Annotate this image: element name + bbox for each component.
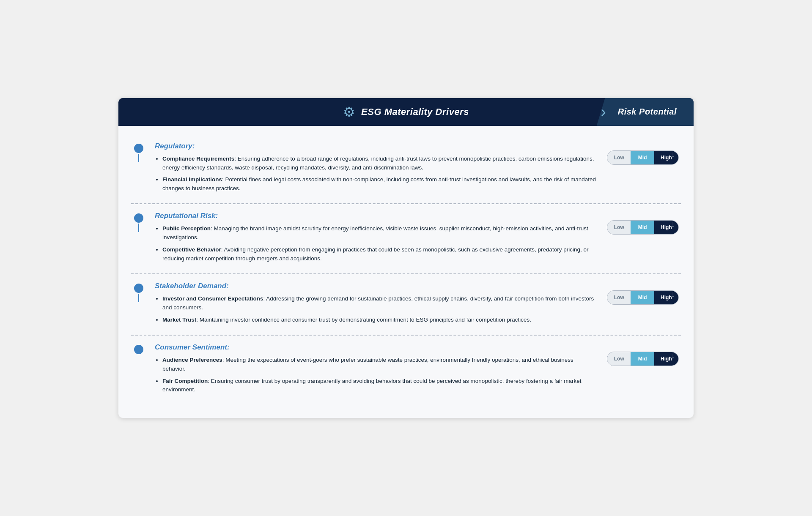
list-item: Public Perception: Managing the brand im…: [162, 224, 596, 242]
gauge-mid: Mid: [631, 151, 654, 164]
content-area: Regulatory:Compliance Requirements: Ensu…: [118, 126, 694, 418]
gauge-stakeholder: LowMidHigh↓: [605, 282, 681, 305]
bullet-list-reputational: Public Perception: Managing the brand im…: [155, 224, 596, 263]
section-body-consumer: Consumer Sentiment:Audience Preferences:…: [146, 343, 605, 398]
timeline: [131, 282, 146, 302]
list-item: Compliance Requirements: Ensuring adhere…: [162, 155, 596, 172]
gauge-arrow-icon: ↓: [671, 220, 675, 228]
timeline-line: [138, 154, 139, 162]
gauge-mid: Mid: [631, 291, 654, 304]
header-left: ⚙ ESG Materiality Drivers: [131, 104, 681, 120]
header-title: ESG Materiality Drivers: [361, 106, 469, 117]
section-consumer: Consumer Sentiment:Audience Preferences:…: [131, 336, 681, 406]
timeline-dot: [134, 144, 143, 153]
gauge-low: Low: [607, 352, 631, 366]
timeline: [131, 142, 146, 162]
gauge-track: LowMidHigh↓: [607, 150, 679, 165]
gauge-track: LowMidHigh↓: [607, 352, 679, 366]
gauge-mid: Mid: [631, 352, 654, 366]
section-title-stakeholder: Stakeholder Demand:: [155, 282, 596, 290]
section-regulatory: Regulatory:Compliance Requirements: Ensu…: [131, 134, 681, 205]
gauge-arrow-icon: ↓: [671, 290, 675, 298]
header: ⚙ ESG Materiality Drivers › Risk Potenti…: [118, 98, 694, 126]
bullet-list-consumer: Audience Preferences: Meeting the expect…: [155, 356, 596, 395]
timeline-dot: [134, 345, 143, 354]
timeline-dot: [134, 284, 143, 293]
list-item: Financial Implications: Potential fines …: [162, 175, 596, 193]
section-title-reputational: Reputational Risk:: [155, 212, 596, 220]
list-item: Competitive Behavior: Avoiding negative …: [162, 246, 596, 263]
gauge-track: LowMidHigh↓: [607, 220, 679, 235]
main-card: ⚙ ESG Materiality Drivers › Risk Potenti…: [118, 98, 694, 418]
gauge-low: Low: [607, 291, 631, 304]
list-item: Investor and Consumer Expectations: Addr…: [162, 295, 596, 312]
timeline: [131, 212, 146, 232]
timeline-dot: [134, 213, 143, 223]
bullet-list-stakeholder: Investor and Consumer Expectations: Addr…: [155, 295, 596, 325]
gauge-arrow-icon: ↓: [671, 352, 675, 360]
gauge-arrow-icon: ↓: [671, 150, 675, 158]
section-stakeholder: Stakeholder Demand:Investor and Consumer…: [131, 274, 681, 336]
gear-icon: ⚙: [343, 104, 355, 120]
sections-container: Regulatory:Compliance Requirements: Ensu…: [131, 134, 681, 406]
list-item: Market Trust: Maintaining investor confi…: [162, 316, 596, 325]
list-item: Fair Competition: Ensuring consumer trus…: [162, 377, 596, 395]
risk-potential-label: Risk Potential: [618, 107, 677, 117]
timeline: [131, 343, 146, 354]
section-body-regulatory: Regulatory:Compliance Requirements: Ensu…: [146, 142, 605, 197]
section-reputational: Reputational Risk:Public Perception: Man…: [131, 204, 681, 274]
gauge-low: Low: [607, 221, 631, 234]
list-item: Audience Preferences: Meeting the expect…: [162, 356, 596, 374]
section-title-regulatory: Regulatory:: [155, 142, 596, 150]
header-right: › Risk Potential: [597, 98, 694, 126]
timeline-line: [138, 294, 139, 302]
section-body-stakeholder: Stakeholder Demand:Investor and Consumer…: [146, 282, 605, 328]
section-body-reputational: Reputational Risk:Public Perception: Man…: [146, 212, 605, 267]
gauge-consumer: LowMidHigh↓: [605, 343, 681, 366]
gauge-regulatory: LowMidHigh↓: [605, 142, 681, 165]
section-title-consumer: Consumer Sentiment:: [155, 343, 596, 352]
gauge-track: LowMidHigh↓: [607, 290, 679, 305]
timeline-line: [138, 224, 139, 232]
gauge-mid: Mid: [631, 221, 654, 234]
gauge-reputational: LowMidHigh↓: [605, 212, 681, 235]
gauge-low: Low: [607, 151, 631, 164]
bullet-list-regulatory: Compliance Requirements: Ensuring adhere…: [155, 155, 596, 194]
